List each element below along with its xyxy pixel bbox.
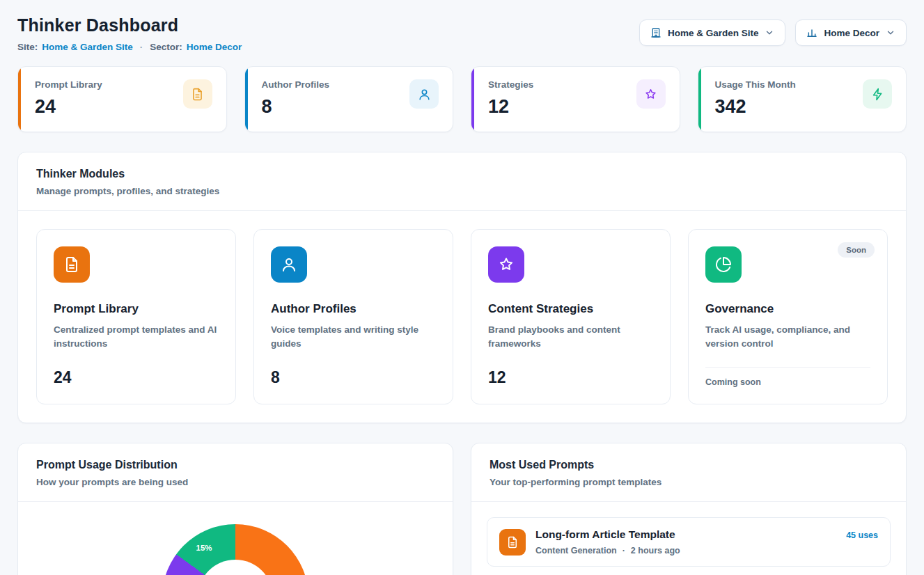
usage-panel-header: Prompt Usage Distribution How your promp… xyxy=(18,443,453,502)
stat-card-usage: Usage This Month 342 xyxy=(698,66,907,132)
sector-selector-dropdown[interactable]: Home Decor xyxy=(795,19,907,46)
person-icon xyxy=(271,246,307,283)
coming-soon-text: Coming soon xyxy=(705,367,870,387)
document-icon xyxy=(54,246,90,283)
module-description: Centralized prompt templates and AI inst… xyxy=(54,323,219,352)
prompt-list-item[interactable]: Long-form Article Template Content Gener… xyxy=(487,517,891,567)
prompt-item-category: Content Generation xyxy=(535,546,617,556)
prompt-usage-panel: Prompt Usage Distribution How your promp… xyxy=(17,443,453,575)
modules-title: Thinker Modules xyxy=(36,168,888,180)
chevron-down-icon xyxy=(886,28,895,38)
prompt-item-meta: Content Generation · 2 hours ago xyxy=(535,546,836,556)
stat-accent-bar xyxy=(245,67,248,132)
stat-card-author-profiles: Author Profiles 8 xyxy=(244,66,454,132)
site-link[interactable]: Home & Garden Site xyxy=(42,42,133,52)
module-count: 12 xyxy=(488,368,653,387)
donut-segment-label: 15% xyxy=(196,544,212,552)
most-used-panel-header: Most Used Prompts Your top-performing pr… xyxy=(471,443,906,502)
dashboard-page: Thinker Dashboard Site: Home & Garden Si… xyxy=(0,0,924,575)
site-selector-value: Home & Garden Site xyxy=(668,28,759,38)
breadcrumb-separator: · xyxy=(140,42,143,52)
module-title: Content Strategies xyxy=(488,302,653,316)
modules-subtitle: Manage prompts, profiles, and strategies xyxy=(36,186,888,196)
building-icon xyxy=(650,27,661,38)
header-controls: Home & Garden Site Home Decor xyxy=(639,19,907,46)
thinker-modules-panel: Thinker Modules Manage prompts, profiles… xyxy=(17,152,907,423)
modules-panel-header: Thinker Modules Manage prompts, profiles… xyxy=(18,152,906,211)
module-title: Author Profiles xyxy=(271,302,436,316)
prompt-usage-donut-chart: 15% xyxy=(162,524,308,575)
prompt-item-text: Long-form Article Template Content Gener… xyxy=(535,528,836,556)
usage-subtitle: How your prompts are being used xyxy=(36,477,434,487)
module-card-prompt-library[interactable]: Prompt Library Centralized prompt templa… xyxy=(36,229,236,404)
chevron-down-icon xyxy=(765,28,774,38)
sector-label: Sector: xyxy=(150,42,182,52)
modules-grid: Prompt Library Centralized prompt templa… xyxy=(18,211,906,423)
most-used-subtitle: Your top-performing prompt templates xyxy=(490,477,888,487)
page-title: Thinker Dashboard xyxy=(17,15,242,36)
stat-accent-bar xyxy=(18,67,21,132)
module-card-content-strategies[interactable]: Content Strategies Brand playbooks and c… xyxy=(471,229,671,404)
prompt-item-time: 2 hours ago xyxy=(631,546,680,556)
site-label: Site: xyxy=(17,42,38,52)
module-card-governance[interactable]: Soon Governance Track AI usage, complian… xyxy=(688,229,888,404)
prompt-list: Long-form Article Template Content Gener… xyxy=(471,502,906,575)
module-count: 24 xyxy=(54,368,219,387)
prompt-item-title: Long-form Article Template xyxy=(535,528,836,541)
meta-separator: · xyxy=(622,546,625,556)
page-header: Thinker Dashboard Site: Home & Garden Si… xyxy=(17,15,907,52)
stat-card-prompt-library: Prompt Library 24 xyxy=(17,66,227,132)
star-icon xyxy=(636,79,666,109)
person-icon xyxy=(409,79,439,109)
document-icon xyxy=(183,79,212,109)
most-used-title: Most Used Prompts xyxy=(490,459,888,471)
prompt-item-uses-badge: 45 uses xyxy=(846,530,878,540)
module-title: Governance xyxy=(705,302,870,316)
site-selector-dropdown[interactable]: Home & Garden Site xyxy=(639,19,786,46)
document-icon xyxy=(499,529,526,556)
soon-badge: Soon xyxy=(838,242,875,258)
stat-card-strategies: Strategies 12 xyxy=(471,66,680,132)
star-icon xyxy=(488,246,524,283)
lightning-icon xyxy=(863,79,892,109)
module-description: Track AI usage, compliance, and version … xyxy=(705,323,870,352)
stat-accent-bar xyxy=(698,67,701,132)
bottom-row: Prompt Usage Distribution How your promp… xyxy=(17,443,907,575)
sector-selector-value: Home Decor xyxy=(824,28,879,38)
module-card-author-profiles[interactable]: Author Profiles Voice templates and writ… xyxy=(253,229,453,404)
module-title: Prompt Library xyxy=(54,302,219,316)
module-description: Brand playbooks and content frameworks xyxy=(488,323,653,352)
stats-row: Prompt Library 24 Author Profiles 8 Stra… xyxy=(17,66,907,132)
stat-accent-bar xyxy=(471,67,474,132)
sector-link[interactable]: Home Decor xyxy=(187,42,242,52)
module-description: Voice templates and writing style guides xyxy=(271,323,436,352)
most-used-prompts-panel: Most Used Prompts Your top-performing pr… xyxy=(471,443,907,575)
pie-chart-icon xyxy=(705,246,742,283)
module-count: 8 xyxy=(271,368,436,387)
bar-chart-icon xyxy=(806,27,817,38)
breadcrumb: Site: Home & Garden Site · Sector: Home … xyxy=(17,42,242,52)
header-left: Thinker Dashboard Site: Home & Garden Si… xyxy=(17,15,242,52)
usage-title: Prompt Usage Distribution xyxy=(36,459,434,471)
